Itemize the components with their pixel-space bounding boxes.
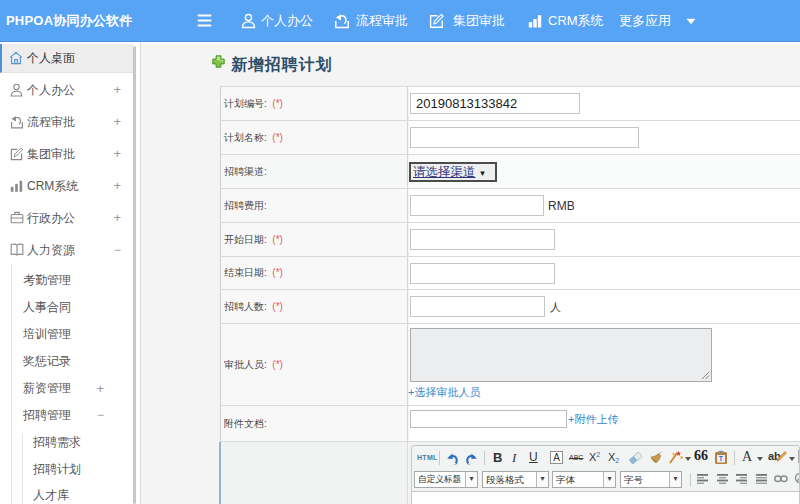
svg-text:T: T (719, 455, 724, 462)
